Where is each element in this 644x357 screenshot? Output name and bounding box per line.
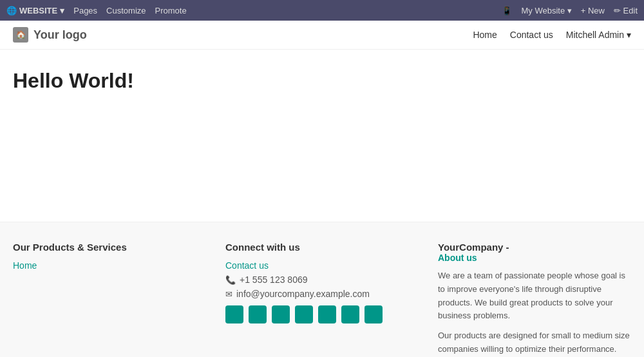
my-website-caret: ▾ (567, 6, 572, 15)
twitter-icon[interactable]: t (249, 305, 267, 323)
footer-col-connect: Connect with us Contact us 📞 +1 555 123 … (225, 242, 419, 357)
pages-link[interactable]: Pages (73, 6, 97, 15)
promote-link[interactable]: Promote (155, 6, 187, 15)
instagram-icon[interactable]: ig (365, 305, 383, 323)
footer-home-link[interactable]: Home (13, 260, 206, 271)
website-label: WEBSITE (19, 6, 57, 15)
footer-about-link[interactable]: About us (438, 253, 631, 263)
mobile-icon[interactable]: 📱 (502, 6, 512, 15)
admin-bar-left: 🌐 WEBSITE ▾ Pages Customize Promote (6, 6, 187, 15)
new-button[interactable]: + New (581, 6, 605, 15)
github-icon[interactable]: gh (341, 305, 359, 323)
footer-email: ✉ info@yourcompany.example.com (225, 289, 419, 299)
footer-title-dash: - (506, 242, 509, 253)
footer-phone: 📞 +1 555 123 8069 (225, 275, 419, 285)
nav-user-caret-icon: ▾ (627, 30, 631, 40)
footer-about-para2: Our products are designed for small to m… (438, 329, 631, 356)
footer-contact-link[interactable]: Contact us (225, 260, 419, 271)
youtube-icon[interactable]: ▶ (295, 305, 313, 323)
footer-email-address: info@yourcompany.example.com (236, 289, 370, 299)
nav-home-link[interactable]: Home (473, 30, 497, 40)
website-caret-icon: ▾ (60, 6, 64, 15)
footer-col-about: YourCompany - About us We are a team of … (438, 242, 631, 357)
nav-user-menu[interactable]: Mitchell Admin ▾ (566, 30, 631, 40)
nav-user-label: Mitchell Admin (566, 30, 624, 40)
email-icon: ✉ (225, 289, 232, 299)
logo-area: 🏠 Your logo (13, 27, 87, 43)
nav-contact-link[interactable]: Contact us (510, 30, 553, 40)
footer-company-title: YourCompany - About us (438, 242, 631, 263)
customize-link[interactable]: Customize (106, 6, 146, 15)
footer-products-title: Our Products & Services (13, 242, 206, 253)
hero-section: Hello World! (0, 50, 644, 222)
my-website-label: My Website (521, 6, 565, 15)
phone-icon: 📞 (225, 275, 236, 285)
footer-about-para1: We are a team of passionate people whose… (438, 269, 631, 323)
hero-heading: Hello World! (13, 69, 631, 93)
linkedin-icon[interactable]: in (272, 305, 290, 323)
website-icon: 🌐 (6, 6, 17, 15)
footer-connect-title: Connect with us (225, 242, 419, 253)
site-nav: Home Contact us Mitchell Admin ▾ (473, 30, 631, 40)
footer-phone-number: +1 555 123 8069 (240, 275, 308, 285)
site-footer: Our Products & Services Home Connect wit… (0, 222, 644, 357)
edit-button[interactable]: ✏ Edit (614, 6, 638, 15)
footer-grid: Our Products & Services Home Connect wit… (13, 242, 631, 357)
logo-text: Your logo (33, 28, 87, 42)
social-icons: f t in ▶ g+ gh ig (225, 305, 419, 327)
footer-col-products: Our Products & Services Home (13, 242, 206, 357)
admin-bar-right: 📱 My Website ▾ + New ✏ Edit (502, 6, 638, 15)
facebook-icon[interactable]: f (225, 305, 243, 323)
googleplus-icon[interactable]: g+ (318, 305, 336, 323)
logo-icon: 🏠 (13, 27, 28, 43)
footer-company-name: YourCompany (438, 242, 503, 253)
site-header: 🏠 Your logo Home Contact us Mitchell Adm… (0, 21, 644, 50)
admin-bar: 🌐 WEBSITE ▾ Pages Customize Promote 📱 My… (0, 0, 644, 21)
my-website-link[interactable]: My Website ▾ (521, 6, 571, 15)
website-menu[interactable]: 🌐 WEBSITE ▾ (6, 6, 64, 15)
